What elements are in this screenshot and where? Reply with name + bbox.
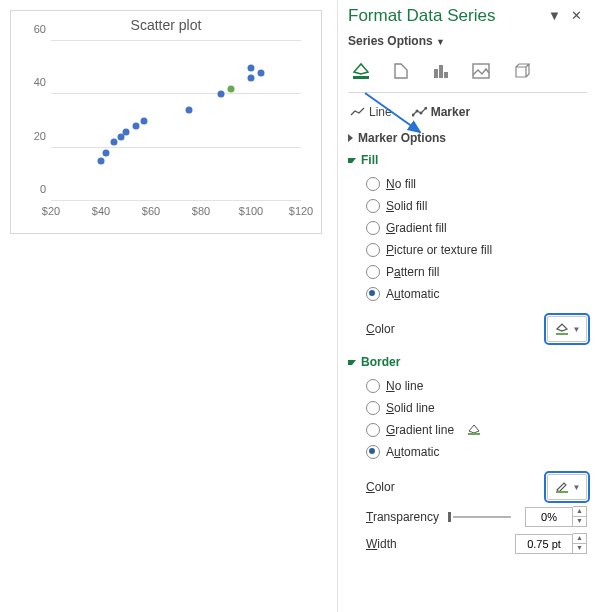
data-point-selected[interactable] [228, 86, 235, 93]
gridline [51, 40, 301, 41]
spin-up[interactable]: ▲ [573, 507, 586, 517]
fill-option-no[interactable]: No fill [366, 173, 587, 195]
data-point[interactable] [103, 150, 110, 157]
data-point[interactable] [248, 64, 255, 71]
radio-icon [366, 379, 380, 393]
fill-option-pic[interactable]: Picture or texture fill [366, 239, 587, 261]
tab-line-label: Line [369, 105, 392, 119]
tab-series-options[interactable] [430, 60, 452, 82]
spin-down[interactable]: ▼ [573, 517, 586, 526]
fill-option-grad[interactable]: Gradient fill [366, 217, 587, 239]
pane-title: Format Data Series [348, 6, 495, 26]
chevron-down-icon [348, 360, 356, 365]
data-point[interactable] [140, 118, 147, 125]
series-options-dropdown[interactable]: Series Options ▼ [348, 34, 587, 48]
chart-title: Scatter plot [11, 17, 321, 33]
radio-icon [366, 265, 380, 279]
border-option-grad[interactable]: Gradient line [366, 419, 587, 441]
svg-rect-4 [444, 72, 448, 78]
tab-marker-label: Marker [431, 105, 470, 119]
tab-marker[interactable]: Marker [412, 105, 470, 119]
radio-icon [366, 287, 380, 301]
width-spin[interactable]: ▲▼ [515, 533, 587, 554]
fill-options-list: No fillSolid fillGradient fillPicture or… [348, 173, 587, 305]
chevron-down-icon: ▼ [573, 483, 581, 492]
spin-up[interactable]: ▲ [573, 534, 586, 544]
tab-picture[interactable] [470, 60, 492, 82]
data-point[interactable] [110, 139, 117, 146]
svg-point-7 [415, 110, 418, 113]
fill-option-label: No fill [386, 177, 416, 191]
radio-icon [366, 401, 380, 415]
x-axis-tick: $80 [192, 205, 210, 217]
border-option-auto[interactable]: Automatic [366, 441, 587, 463]
x-axis-tick: $100 [239, 205, 263, 217]
tab-effects[interactable] [390, 60, 412, 82]
fill-option-solid[interactable]: Solid fill [366, 195, 587, 217]
x-axis-tick: $60 [142, 205, 160, 217]
tab-3d[interactable] [510, 60, 532, 82]
border-option-solid[interactable]: Solid line [366, 397, 587, 419]
section-marker-options[interactable]: Marker Options [348, 131, 587, 145]
y-axis-tick: 0 [18, 183, 46, 195]
line-icon [350, 107, 365, 117]
border-option-label: Gradient line [386, 423, 454, 437]
data-point[interactable] [98, 158, 105, 165]
border-option-label: No line [386, 379, 423, 393]
fill-color-label: Color [366, 322, 395, 336]
chevron-down-icon: ▼ [573, 325, 581, 334]
chart[interactable]: Scatter plot 0204060$20$40$60$80$100$120 [10, 10, 322, 234]
gridline [51, 200, 301, 201]
spin-down[interactable]: ▼ [573, 544, 586, 553]
fill-option-label: Gradient fill [386, 221, 447, 235]
radio-icon [366, 445, 380, 459]
radio-icon [366, 423, 380, 437]
section-border-header[interactable]: Border [348, 355, 587, 369]
pane-dropdown-icon[interactable]: ▼ [545, 8, 563, 23]
width-input[interactable] [515, 534, 573, 554]
x-axis-tick: $120 [289, 205, 313, 217]
data-point[interactable] [248, 75, 255, 82]
border-options-list: No lineSolid lineGradient lineAutomatic [348, 375, 587, 463]
svg-rect-10 [556, 333, 568, 335]
fill-option-label: Picture or texture fill [386, 243, 492, 257]
marker-options-label: Marker Options [358, 131, 446, 145]
data-point[interactable] [258, 70, 265, 77]
radio-icon [366, 199, 380, 213]
tab-fill-line[interactable] [350, 60, 372, 82]
radio-icon [366, 177, 380, 191]
fill-option-patt[interactable]: Pattern fill [366, 261, 587, 283]
gridline [51, 93, 301, 94]
marker-icon [412, 107, 427, 117]
fill-color-button[interactable]: ▼ [547, 316, 587, 342]
data-point[interactable] [218, 91, 225, 98]
format-data-series-pane: Format Data Series ▼ ✕ Series Options ▼ [337, 0, 595, 612]
svg-rect-11 [468, 433, 480, 435]
transparency-slider[interactable] [447, 510, 517, 524]
border-option-label: Solid line [386, 401, 435, 415]
fill-header-label: Fill [361, 153, 378, 167]
data-point[interactable] [133, 123, 140, 130]
border-option-label: Automatic [386, 445, 439, 459]
series-options-label: Series Options [348, 34, 433, 48]
section-fill: Fill No fillSolid fillGradient fillPictu… [348, 153, 587, 345]
data-point[interactable] [185, 107, 192, 114]
section-fill-header[interactable]: Fill [348, 153, 587, 167]
tab-line[interactable]: Line [350, 105, 392, 119]
svg-rect-12 [556, 491, 568, 493]
transparency-spin[interactable]: ▲▼ [525, 506, 587, 527]
fill-option-auto[interactable]: Automatic [366, 283, 587, 305]
border-option-no[interactable]: No line [366, 375, 587, 397]
svg-rect-3 [439, 65, 443, 78]
x-axis-tick: $20 [42, 205, 60, 217]
gradient-swatch-icon [460, 422, 484, 439]
gridline [51, 147, 301, 148]
transparency-input[interactable] [525, 507, 573, 527]
paint-bucket-icon [554, 321, 570, 337]
data-point[interactable] [123, 128, 130, 135]
plot-area[interactable]: 0204060$20$40$60$80$100$120 [51, 41, 301, 201]
border-color-button[interactable]: ▼ [547, 474, 587, 500]
pane-close-icon[interactable]: ✕ [567, 8, 585, 23]
transparency-label: Transparency [366, 510, 439, 524]
svg-rect-2 [434, 69, 438, 78]
